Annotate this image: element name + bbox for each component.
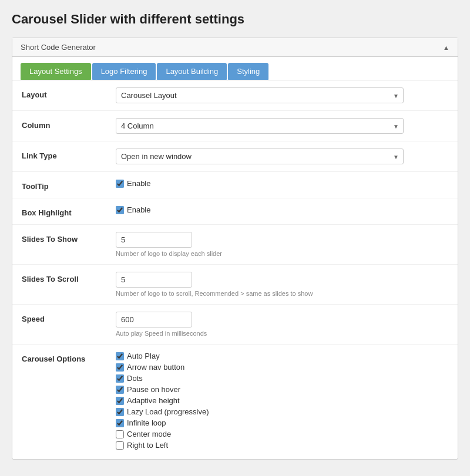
column-control: 4 Column <box>116 118 448 134</box>
slides-to-show-control: Number of logo to display each slider <box>116 232 448 257</box>
carousel-option-row-right-to-left: Right to Left <box>116 441 448 450</box>
column-row: Column 4 Column <box>12 111 458 141</box>
column-label: Column <box>22 118 116 130</box>
tooltip-checkbox[interactable] <box>116 180 124 188</box>
tab-layout-building[interactable]: Layout Building <box>157 63 227 80</box>
tab-layout-settings[interactable]: Layout Settings <box>21 63 91 80</box>
slides-to-scroll-control: Number of logo to to scroll, Recommended… <box>116 272 448 297</box>
tooltip-label: ToolTip <box>22 179 116 191</box>
carousel-option-checkbox-lazy-load[interactable] <box>116 408 124 416</box>
carousel-option-row-dots: Dots <box>116 374 448 383</box>
column-select-wrapper: 4 Column <box>116 118 404 134</box>
tab-logo-filtering[interactable]: Logo Filtering <box>92 63 156 80</box>
card-header: Short Code Generator ▲ <box>12 38 458 57</box>
card-container: Short Code Generator ▲ Layout Settings L… <box>12 38 458 460</box>
carousel-option-row-arrow-nav: Arrow nav button <box>116 363 448 372</box>
carousel-option-row-lazy-load: Lazy Load (progressive) <box>116 407 448 416</box>
box-highlight-checkbox-label: Enable <box>127 205 150 214</box>
carousel-option-label-arrow-nav: Arrow nav button <box>127 363 184 372</box>
speed-hint: Auto play Speed in milliseconds <box>116 330 448 337</box>
slides-to-show-label: Slides To Show <box>22 232 116 244</box>
layout-row: Layout Carousel Layout <box>12 80 458 111</box>
link-type-row: Link Type Open in new window <box>12 141 458 172</box>
slides-to-show-hint: Number of logo to display each slider <box>116 250 448 257</box>
carousel-option-row-auto-play: Auto Play <box>116 352 448 360</box>
carousel-option-checkbox-dots[interactable] <box>116 374 124 383</box>
carousel-options-row: Carousel Options Auto PlayArrow nav butt… <box>12 345 458 459</box>
carousel-option-label-center-mode: Center mode <box>127 430 171 438</box>
box-highlight-row: Box Highlight Enable <box>12 198 458 225</box>
slides-to-scroll-hint: Number of logo to to scroll, Recommended… <box>116 290 448 297</box>
carousel-options-label: Carousel Options <box>22 352 116 363</box>
page-title: Carousel Slider with different settings <box>12 12 458 27</box>
card-collapse-icon[interactable]: ▲ <box>443 44 449 51</box>
speed-row: Speed Auto play Speed in milliseconds <box>12 305 458 345</box>
carousel-option-label-pause-hover: Pause on hover <box>127 385 180 394</box>
carousel-option-checkbox-arrow-nav[interactable] <box>116 363 124 372</box>
link-type-select-wrapper: Open in new window <box>116 148 404 164</box>
carousel-option-checkbox-center-mode[interactable] <box>116 430 124 438</box>
carousel-options-control: Auto PlayArrow nav buttonDotsPause on ho… <box>116 352 448 452</box>
carousel-option-checkbox-right-to-left[interactable] <box>116 441 124 450</box>
tooltip-checkbox-label: Enable <box>127 179 150 188</box>
box-highlight-control: Enable <box>116 205 448 217</box>
carousel-option-row-adaptive-height: Adaptive height <box>116 396 448 405</box>
carousel-option-row-pause-hover: Pause on hover <box>116 385 448 394</box>
layout-control: Carousel Layout <box>116 87 448 103</box>
tooltip-checkbox-row: Enable <box>116 179 448 188</box>
card-body: Layout Carousel Layout Column 4 Column <box>12 80 458 459</box>
slides-to-scroll-label: Slides To Scroll <box>22 272 116 283</box>
tooltip-row: ToolTip Enable <box>12 172 458 198</box>
speed-input[interactable] <box>116 312 192 328</box>
speed-control: Auto play Speed in milliseconds <box>116 312 448 337</box>
column-select[interactable]: 4 Column <box>116 118 404 134</box>
slides-to-show-row: Slides To Show Number of logo to display… <box>12 225 458 265</box>
speed-label: Speed <box>22 312 116 323</box>
box-highlight-checkbox-row: Enable <box>116 205 448 214</box>
carousel-option-row-infinite-loop: Infinite loop <box>116 418 448 427</box>
link-type-select[interactable]: Open in new window <box>116 148 404 164</box>
layout-select[interactable]: Carousel Layout <box>116 87 404 103</box>
carousel-option-label-auto-play: Auto Play <box>127 352 160 360</box>
slides-to-scroll-input[interactable] <box>116 272 192 288</box>
link-type-control: Open in new window <box>116 148 448 164</box>
tab-bar: Layout Settings Logo Filtering Layout Bu… <box>12 57 458 80</box>
carousel-option-checkbox-adaptive-height[interactable] <box>116 397 124 405</box>
carousel-option-row-center-mode: Center mode <box>116 430 448 438</box>
card-header-title: Short Code Generator <box>21 43 96 52</box>
link-type-label: Link Type <box>22 148 116 160</box>
layout-select-wrapper: Carousel Layout <box>116 87 404 103</box>
carousel-option-label-adaptive-height: Adaptive height <box>127 396 180 405</box>
carousel-option-label-infinite-loop: Infinite loop <box>127 418 166 427</box>
tab-styling[interactable]: Styling <box>228 63 268 80</box>
layout-label: Layout <box>22 87 116 99</box>
slides-to-scroll-row: Slides To Scroll Number of logo to to sc… <box>12 265 458 305</box>
carousel-option-checkbox-auto-play[interactable] <box>116 352 124 360</box>
box-highlight-label: Box Highlight <box>22 205 116 217</box>
slides-to-show-input[interactable] <box>116 232 192 248</box>
tooltip-control: Enable <box>116 179 448 190</box>
box-highlight-checkbox[interactable] <box>116 206 124 214</box>
carousel-option-label-dots: Dots <box>127 374 143 383</box>
carousel-option-checkbox-infinite-loop[interactable] <box>116 419 124 427</box>
carousel-option-checkbox-pause-hover[interactable] <box>116 386 124 394</box>
carousel-option-label-lazy-load: Lazy Load (progressive) <box>127 407 209 416</box>
carousel-option-label-right-to-left: Right to Left <box>127 441 168 450</box>
